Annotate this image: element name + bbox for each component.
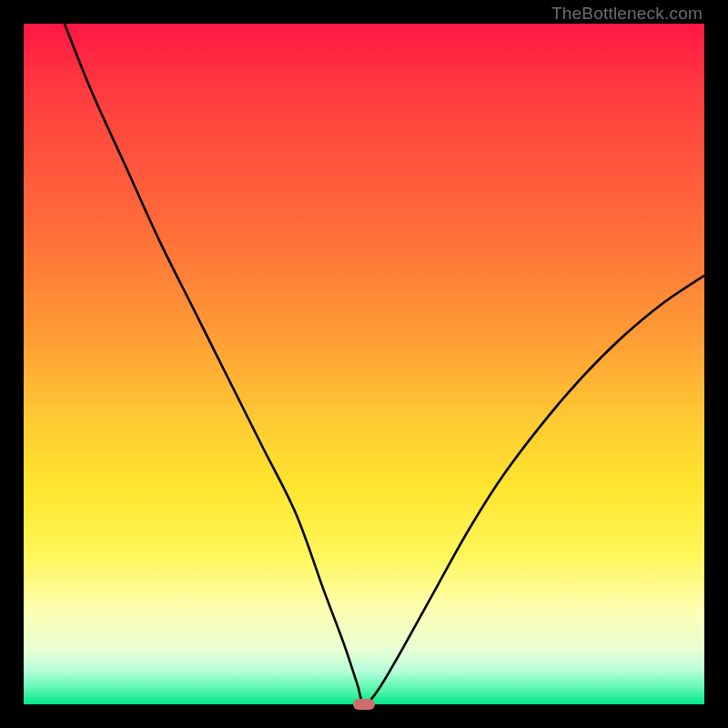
minimum-marker bbox=[353, 699, 375, 710]
bottleneck-curve bbox=[24, 24, 704, 704]
curve-line bbox=[65, 24, 704, 704]
chart-frame: TheBottleneck.com bbox=[0, 0, 728, 728]
plot-area bbox=[24, 24, 704, 704]
watermark-text: TheBottleneck.com bbox=[551, 4, 703, 24]
